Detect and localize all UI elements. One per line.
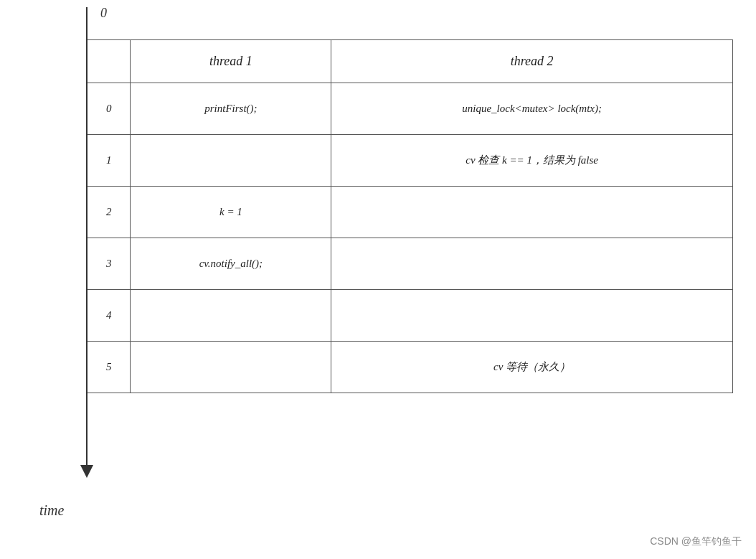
table-header-row: thread 1 thread 2	[88, 40, 733, 83]
thread2-cell-5: cv 等待（永久）	[331, 342, 733, 393]
table-row: 0printFirst();unique_lock<mutex> lock(mt…	[88, 83, 733, 135]
thread1-cell-0: printFirst();	[131, 83, 331, 135]
thread1-cell-3: cv.notify_all();	[131, 238, 331, 290]
thread1-cell-2: k = 1	[131, 187, 331, 238]
watermark: CSDN @鱼竿钓鱼干	[650, 535, 742, 548]
header-thread2-col: thread 2	[331, 40, 733, 83]
time-cell-1: 1	[88, 135, 131, 187]
table-row: 2k = 1	[88, 187, 733, 238]
thread1-cell-5	[131, 342, 331, 393]
thread2-cell-2	[331, 187, 733, 238]
thread1-cell-4	[131, 290, 331, 342]
axis-time-label: time	[39, 502, 64, 519]
thread2-cell-0: unique_lock<mutex> lock(mtx);	[331, 83, 733, 135]
header-time-col	[88, 40, 131, 83]
table-row: 3cv.notify_all();	[88, 238, 733, 290]
time-cell-0: 0	[88, 83, 131, 135]
thread2-cell-4	[331, 290, 733, 342]
thread2-cell-3	[331, 238, 733, 290]
header-thread1-col: thread 1	[131, 40, 331, 83]
time-cell-2: 2	[88, 187, 131, 238]
axis-zero-label: 0	[100, 6, 107, 21]
table-container: thread 1 thread 2 0printFirst();unique_l…	[88, 39, 733, 393]
table-row: 4	[88, 290, 733, 342]
main-container: 0 time thread 1 thread 2 0printFirst();u…	[0, 0, 756, 559]
time-cell-4: 4	[88, 290, 131, 342]
thread2-cell-1: cv 检查 k == 1，结果为 false	[331, 135, 733, 187]
time-axis-arrow	[80, 465, 93, 478]
table-row: 5cv 等待（永久）	[88, 342, 733, 393]
time-cell-3: 3	[88, 238, 131, 290]
time-cell-5: 5	[88, 342, 131, 393]
timeline-table: thread 1 thread 2 0printFirst();unique_l…	[88, 39, 733, 393]
thread1-cell-1	[131, 135, 331, 187]
table-row: 1cv 检查 k == 1，结果为 false	[88, 135, 733, 187]
